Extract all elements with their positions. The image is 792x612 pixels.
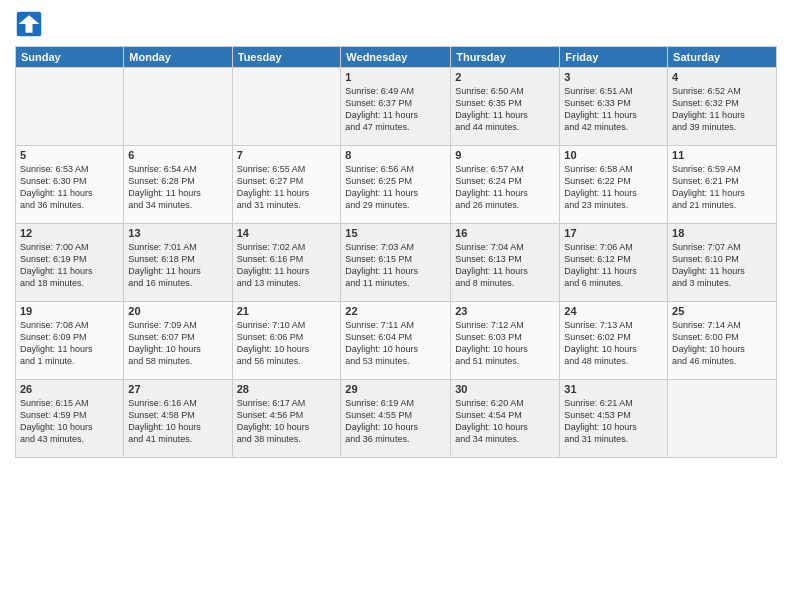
day-info: Sunrise: 7:02 AM Sunset: 6:16 PM Dayligh…: [237, 241, 337, 290]
day-number: 8: [345, 149, 446, 161]
day-number: 10: [564, 149, 663, 161]
day-info: Sunrise: 6:59 AM Sunset: 6:21 PM Dayligh…: [672, 163, 772, 212]
calendar-cell: [232, 68, 341, 146]
page: SundayMondayTuesdayWednesdayThursdayFrid…: [0, 0, 792, 612]
calendar-week-row: 26Sunrise: 6:15 AM Sunset: 4:59 PM Dayli…: [16, 380, 777, 458]
day-info: Sunrise: 7:09 AM Sunset: 6:07 PM Dayligh…: [128, 319, 227, 368]
calendar-cell: 29Sunrise: 6:19 AM Sunset: 4:55 PM Dayli…: [341, 380, 451, 458]
calendar-week-row: 5Sunrise: 6:53 AM Sunset: 6:30 PM Daylig…: [16, 146, 777, 224]
calendar-cell: 8Sunrise: 6:56 AM Sunset: 6:25 PM Daylig…: [341, 146, 451, 224]
calendar-cell: 6Sunrise: 6:54 AM Sunset: 6:28 PM Daylig…: [124, 146, 232, 224]
day-info: Sunrise: 7:03 AM Sunset: 6:15 PM Dayligh…: [345, 241, 446, 290]
calendar-cell: 10Sunrise: 6:58 AM Sunset: 6:22 PM Dayli…: [560, 146, 668, 224]
day-info: Sunrise: 7:14 AM Sunset: 6:00 PM Dayligh…: [672, 319, 772, 368]
day-number: 12: [20, 227, 119, 239]
day-info: Sunrise: 6:56 AM Sunset: 6:25 PM Dayligh…: [345, 163, 446, 212]
calendar-cell: 5Sunrise: 6:53 AM Sunset: 6:30 PM Daylig…: [16, 146, 124, 224]
weekday-header-sunday: Sunday: [16, 47, 124, 68]
calendar-cell: 31Sunrise: 6:21 AM Sunset: 4:53 PM Dayli…: [560, 380, 668, 458]
day-number: 7: [237, 149, 337, 161]
day-number: 27: [128, 383, 227, 395]
day-info: Sunrise: 6:52 AM Sunset: 6:32 PM Dayligh…: [672, 85, 772, 134]
day-info: Sunrise: 6:19 AM Sunset: 4:55 PM Dayligh…: [345, 397, 446, 446]
day-info: Sunrise: 7:06 AM Sunset: 6:12 PM Dayligh…: [564, 241, 663, 290]
day-number: 30: [455, 383, 555, 395]
weekday-header-wednesday: Wednesday: [341, 47, 451, 68]
day-info: Sunrise: 6:51 AM Sunset: 6:33 PM Dayligh…: [564, 85, 663, 134]
calendar-week-row: 19Sunrise: 7:08 AM Sunset: 6:09 PM Dayli…: [16, 302, 777, 380]
calendar-cell: 13Sunrise: 7:01 AM Sunset: 6:18 PM Dayli…: [124, 224, 232, 302]
day-number: 22: [345, 305, 446, 317]
day-info: Sunrise: 6:58 AM Sunset: 6:22 PM Dayligh…: [564, 163, 663, 212]
day-number: 26: [20, 383, 119, 395]
day-number: 4: [672, 71, 772, 83]
calendar-cell: [16, 68, 124, 146]
day-number: 25: [672, 305, 772, 317]
calendar-cell: 18Sunrise: 7:07 AM Sunset: 6:10 PM Dayli…: [668, 224, 777, 302]
calendar-cell: 12Sunrise: 7:00 AM Sunset: 6:19 PM Dayli…: [16, 224, 124, 302]
calendar-cell: 20Sunrise: 7:09 AM Sunset: 6:07 PM Dayli…: [124, 302, 232, 380]
day-info: Sunrise: 7:00 AM Sunset: 6:19 PM Dayligh…: [20, 241, 119, 290]
day-info: Sunrise: 6:15 AM Sunset: 4:59 PM Dayligh…: [20, 397, 119, 446]
calendar-cell: 1Sunrise: 6:49 AM Sunset: 6:37 PM Daylig…: [341, 68, 451, 146]
day-info: Sunrise: 6:57 AM Sunset: 6:24 PM Dayligh…: [455, 163, 555, 212]
day-info: Sunrise: 6:16 AM Sunset: 4:58 PM Dayligh…: [128, 397, 227, 446]
day-number: 11: [672, 149, 772, 161]
weekday-header-friday: Friday: [560, 47, 668, 68]
weekday-header-thursday: Thursday: [451, 47, 560, 68]
calendar-cell: 28Sunrise: 6:17 AM Sunset: 4:56 PM Dayli…: [232, 380, 341, 458]
calendar-cell: 26Sunrise: 6:15 AM Sunset: 4:59 PM Dayli…: [16, 380, 124, 458]
day-info: Sunrise: 6:55 AM Sunset: 6:27 PM Dayligh…: [237, 163, 337, 212]
calendar-cell: 4Sunrise: 6:52 AM Sunset: 6:32 PM Daylig…: [668, 68, 777, 146]
calendar-cell: 3Sunrise: 6:51 AM Sunset: 6:33 PM Daylig…: [560, 68, 668, 146]
calendar-cell: 19Sunrise: 7:08 AM Sunset: 6:09 PM Dayli…: [16, 302, 124, 380]
day-number: 14: [237, 227, 337, 239]
calendar-cell: 14Sunrise: 7:02 AM Sunset: 6:16 PM Dayli…: [232, 224, 341, 302]
calendar-cell: 11Sunrise: 6:59 AM Sunset: 6:21 PM Dayli…: [668, 146, 777, 224]
day-info: Sunrise: 6:17 AM Sunset: 4:56 PM Dayligh…: [237, 397, 337, 446]
day-number: 5: [20, 149, 119, 161]
day-number: 6: [128, 149, 227, 161]
day-info: Sunrise: 6:21 AM Sunset: 4:53 PM Dayligh…: [564, 397, 663, 446]
header: [15, 10, 777, 38]
day-number: 13: [128, 227, 227, 239]
calendar-cell: 7Sunrise: 6:55 AM Sunset: 6:27 PM Daylig…: [232, 146, 341, 224]
day-number: 15: [345, 227, 446, 239]
calendar-cell: 16Sunrise: 7:04 AM Sunset: 6:13 PM Dayli…: [451, 224, 560, 302]
day-number: 19: [20, 305, 119, 317]
day-number: 28: [237, 383, 337, 395]
day-info: Sunrise: 7:10 AM Sunset: 6:06 PM Dayligh…: [237, 319, 337, 368]
day-number: 18: [672, 227, 772, 239]
day-info: Sunrise: 6:49 AM Sunset: 6:37 PM Dayligh…: [345, 85, 446, 134]
day-number: 3: [564, 71, 663, 83]
day-info: Sunrise: 6:50 AM Sunset: 6:35 PM Dayligh…: [455, 85, 555, 134]
calendar-cell: 25Sunrise: 7:14 AM Sunset: 6:00 PM Dayli…: [668, 302, 777, 380]
day-number: 20: [128, 305, 227, 317]
calendar-cell: 15Sunrise: 7:03 AM Sunset: 6:15 PM Dayli…: [341, 224, 451, 302]
logo: [15, 10, 47, 38]
weekday-header-monday: Monday: [124, 47, 232, 68]
calendar-cell: 22Sunrise: 7:11 AM Sunset: 6:04 PM Dayli…: [341, 302, 451, 380]
logo-icon: [15, 10, 43, 38]
calendar-cell: 24Sunrise: 7:13 AM Sunset: 6:02 PM Dayli…: [560, 302, 668, 380]
calendar-cell: 21Sunrise: 7:10 AM Sunset: 6:06 PM Dayli…: [232, 302, 341, 380]
day-number: 21: [237, 305, 337, 317]
calendar-cell: 23Sunrise: 7:12 AM Sunset: 6:03 PM Dayli…: [451, 302, 560, 380]
day-number: 29: [345, 383, 446, 395]
day-info: Sunrise: 7:12 AM Sunset: 6:03 PM Dayligh…: [455, 319, 555, 368]
weekday-header-saturday: Saturday: [668, 47, 777, 68]
calendar-cell: [668, 380, 777, 458]
day-info: Sunrise: 7:11 AM Sunset: 6:04 PM Dayligh…: [345, 319, 446, 368]
day-number: 9: [455, 149, 555, 161]
day-number: 17: [564, 227, 663, 239]
calendar-cell: 9Sunrise: 6:57 AM Sunset: 6:24 PM Daylig…: [451, 146, 560, 224]
day-info: Sunrise: 7:04 AM Sunset: 6:13 PM Dayligh…: [455, 241, 555, 290]
day-info: Sunrise: 6:53 AM Sunset: 6:30 PM Dayligh…: [20, 163, 119, 212]
day-info: Sunrise: 6:54 AM Sunset: 6:28 PM Dayligh…: [128, 163, 227, 212]
weekday-header-row: SundayMondayTuesdayWednesdayThursdayFrid…: [16, 47, 777, 68]
calendar-cell: 17Sunrise: 7:06 AM Sunset: 6:12 PM Dayli…: [560, 224, 668, 302]
day-number: 16: [455, 227, 555, 239]
day-info: Sunrise: 7:07 AM Sunset: 6:10 PM Dayligh…: [672, 241, 772, 290]
day-number: 1: [345, 71, 446, 83]
day-number: 2: [455, 71, 555, 83]
